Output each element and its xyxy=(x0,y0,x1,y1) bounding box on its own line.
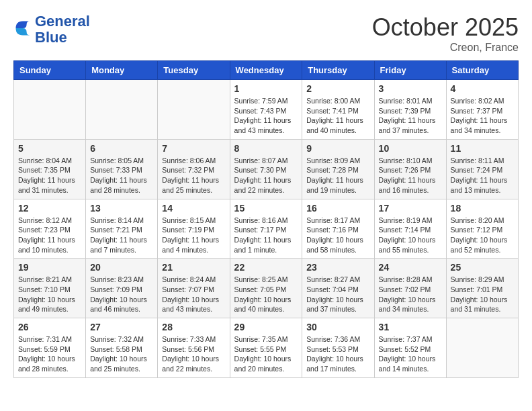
day-number: 11 xyxy=(451,143,514,154)
day-number: 26 xyxy=(18,322,81,332)
day-info: Sunrise: 8:00 AMSunset: 7:41 PMDaylight:… xyxy=(306,96,369,136)
day-info: Sunrise: 7:35 AMSunset: 5:55 PMDaylight:… xyxy=(234,334,298,374)
day-number: 13 xyxy=(90,203,153,214)
day-cell: 12 Sunrise: 8:12 AMSunset: 7:23 PMDaylig… xyxy=(14,199,86,259)
day-cell: 25 Sunrise: 8:29 AMSunset: 7:01 PMDaylig… xyxy=(446,259,518,318)
day-cell: 11 Sunrise: 8:11 AMSunset: 7:24 PMDaylig… xyxy=(446,139,518,199)
day-info: Sunrise: 8:25 AMSunset: 7:05 PMDaylight:… xyxy=(234,275,298,314)
day-cell: 26 Sunrise: 7:31 AMSunset: 5:59 PMDaylig… xyxy=(14,318,86,378)
day-number: 6 xyxy=(90,143,153,154)
day-number: 22 xyxy=(234,262,298,273)
day-number: 31 xyxy=(379,322,442,332)
day-cell: 24 Sunrise: 8:28 AMSunset: 7:02 PMDaylig… xyxy=(374,259,446,318)
logo-text: GeneralBlue xyxy=(35,13,90,46)
week-row-3: 12 Sunrise: 8:12 AMSunset: 7:23 PMDaylig… xyxy=(14,199,519,259)
day-number: 16 xyxy=(306,203,369,214)
day-info: Sunrise: 8:23 AMSunset: 7:09 PMDaylight:… xyxy=(90,275,153,314)
logo-icon xyxy=(13,19,32,38)
day-number: 5 xyxy=(18,143,81,154)
day-number: 18 xyxy=(451,203,514,214)
day-cell: 6 Sunrise: 8:05 AMSunset: 7:33 PMDayligh… xyxy=(86,139,158,199)
logo: GeneralBlue xyxy=(13,13,90,46)
day-info: Sunrise: 8:29 AMSunset: 7:01 PMDaylight:… xyxy=(451,275,514,314)
day-cell: 17 Sunrise: 8:19 AMSunset: 7:14 PMDaylig… xyxy=(374,199,446,259)
day-info: Sunrise: 7:32 AMSunset: 5:58 PMDaylight:… xyxy=(90,334,153,374)
month-title: October 2025 xyxy=(372,13,519,42)
day-cell: 19 Sunrise: 8:21 AMSunset: 7:10 PMDaylig… xyxy=(14,259,86,318)
day-number: 7 xyxy=(162,143,225,154)
day-info: Sunrise: 8:16 AMSunset: 7:17 PMDaylight:… xyxy=(234,216,298,255)
day-info: Sunrise: 8:17 AMSunset: 7:16 PMDaylight:… xyxy=(306,216,369,255)
weekday-monday: Monday xyxy=(86,61,158,80)
day-number: 2 xyxy=(306,83,369,94)
weekday-sunday: Sunday xyxy=(14,61,86,80)
day-number: 4 xyxy=(451,83,514,94)
day-number: 1 xyxy=(234,83,298,94)
day-info: Sunrise: 7:37 AMSunset: 5:52 PMDaylight:… xyxy=(379,334,442,374)
day-info: Sunrise: 8:24 AMSunset: 7:07 PMDaylight:… xyxy=(162,275,225,314)
day-number: 27 xyxy=(90,322,153,332)
day-info: Sunrise: 8:12 AMSunset: 7:23 PMDaylight:… xyxy=(18,216,81,255)
day-cell xyxy=(14,80,86,140)
day-number: 30 xyxy=(306,322,369,332)
day-cell: 13 Sunrise: 8:14 AMSunset: 7:21 PMDaylig… xyxy=(86,199,158,259)
weekday-friday: Friday xyxy=(374,61,446,80)
day-cell: 30 Sunrise: 7:36 AMSunset: 5:53 PMDaylig… xyxy=(302,318,374,378)
day-info: Sunrise: 8:14 AMSunset: 7:21 PMDaylight:… xyxy=(90,216,153,255)
week-row-4: 19 Sunrise: 8:21 AMSunset: 7:10 PMDaylig… xyxy=(14,259,519,318)
weekday-saturday: Saturday xyxy=(446,61,518,80)
day-cell: 20 Sunrise: 8:23 AMSunset: 7:09 PMDaylig… xyxy=(86,259,158,318)
day-number: 12 xyxy=(18,203,81,214)
location: Creon, France xyxy=(372,42,519,54)
day-number: 17 xyxy=(379,203,442,214)
weekday-thursday: Thursday xyxy=(302,61,374,80)
day-info: Sunrise: 8:06 AMSunset: 7:32 PMDaylight:… xyxy=(162,156,225,195)
title-block: October 2025 Creon, France xyxy=(372,13,519,54)
day-info: Sunrise: 7:36 AMSunset: 5:53 PMDaylight:… xyxy=(306,334,369,374)
day-info: Sunrise: 8:15 AMSunset: 7:19 PMDaylight:… xyxy=(162,216,225,255)
day-info: Sunrise: 8:07 AMSunset: 7:30 PMDaylight:… xyxy=(234,156,298,195)
day-cell: 4 Sunrise: 8:02 AMSunset: 7:37 PMDayligh… xyxy=(446,80,518,140)
day-info: Sunrise: 8:28 AMSunset: 7:02 PMDaylight:… xyxy=(379,275,442,314)
day-number: 23 xyxy=(306,262,369,273)
day-info: Sunrise: 8:01 AMSunset: 7:39 PMDaylight:… xyxy=(379,96,442,136)
day-cell: 7 Sunrise: 8:06 AMSunset: 7:32 PMDayligh… xyxy=(158,139,230,199)
day-info: Sunrise: 8:05 AMSunset: 7:33 PMDaylight:… xyxy=(90,156,153,195)
week-row-5: 26 Sunrise: 7:31 AMSunset: 5:59 PMDaylig… xyxy=(14,318,519,378)
weekday-wednesday: Wednesday xyxy=(230,61,302,80)
day-number: 15 xyxy=(234,203,298,214)
day-number: 3 xyxy=(379,83,442,94)
day-number: 28 xyxy=(162,322,225,332)
day-number: 20 xyxy=(90,262,153,273)
day-info: Sunrise: 8:19 AMSunset: 7:14 PMDaylight:… xyxy=(379,216,442,255)
day-number: 14 xyxy=(162,203,225,214)
day-cell: 15 Sunrise: 8:16 AMSunset: 7:17 PMDaylig… xyxy=(230,199,302,259)
day-number: 9 xyxy=(306,143,369,154)
day-cell: 29 Sunrise: 7:35 AMSunset: 5:55 PMDaylig… xyxy=(230,318,302,378)
day-number: 8 xyxy=(234,143,298,154)
day-cell xyxy=(158,80,230,140)
day-cell: 3 Sunrise: 8:01 AMSunset: 7:39 PMDayligh… xyxy=(374,80,446,140)
day-number: 21 xyxy=(162,262,225,273)
day-cell xyxy=(86,80,158,140)
day-info: Sunrise: 8:10 AMSunset: 7:26 PMDaylight:… xyxy=(379,156,442,195)
day-number: 29 xyxy=(234,322,298,332)
day-info: Sunrise: 8:02 AMSunset: 7:37 PMDaylight:… xyxy=(451,96,514,136)
day-cell: 5 Sunrise: 8:04 AMSunset: 7:35 PMDayligh… xyxy=(14,139,86,199)
day-info: Sunrise: 8:20 AMSunset: 7:12 PMDaylight:… xyxy=(451,216,514,255)
day-info: Sunrise: 8:09 AMSunset: 7:28 PMDaylight:… xyxy=(306,156,369,195)
day-number: 19 xyxy=(18,262,81,273)
weekday-header-row: SundayMondayTuesdayWednesdayThursdayFrid… xyxy=(14,61,519,80)
day-cell: 8 Sunrise: 8:07 AMSunset: 7:30 PMDayligh… xyxy=(230,139,302,199)
page-header: GeneralBlue October 2025 Creon, France xyxy=(13,13,519,54)
day-cell: 28 Sunrise: 7:33 AMSunset: 5:56 PMDaylig… xyxy=(158,318,230,378)
calendar-table: SundayMondayTuesdayWednesdayThursdayFrid… xyxy=(13,60,519,378)
weekday-tuesday: Tuesday xyxy=(158,61,230,80)
day-cell: 27 Sunrise: 7:32 AMSunset: 5:58 PMDaylig… xyxy=(86,318,158,378)
week-row-1: 1 Sunrise: 7:59 AMSunset: 7:43 PMDayligh… xyxy=(14,80,519,140)
day-cell: 10 Sunrise: 8:10 AMSunset: 7:26 PMDaylig… xyxy=(374,139,446,199)
day-info: Sunrise: 7:33 AMSunset: 5:56 PMDaylight:… xyxy=(162,334,225,374)
day-info: Sunrise: 7:59 AMSunset: 7:43 PMDaylight:… xyxy=(234,96,298,136)
day-cell: 2 Sunrise: 8:00 AMSunset: 7:41 PMDayligh… xyxy=(302,80,374,140)
day-info: Sunrise: 8:21 AMSunset: 7:10 PMDaylight:… xyxy=(18,275,81,314)
